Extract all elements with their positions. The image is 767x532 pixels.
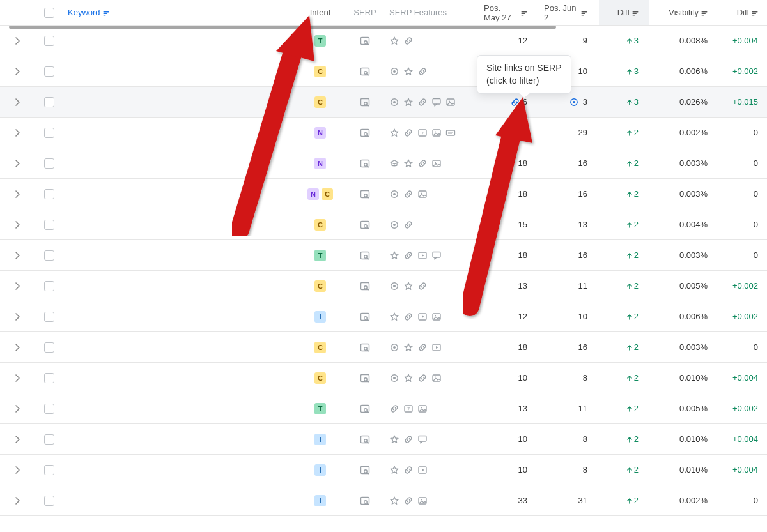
star-icon[interactable] [389,312,399,322]
link-icon[interactable] [403,465,414,475]
header-keyword[interactable]: Keyword [63,8,295,17]
intent-badge-c[interactable]: C [314,66,326,77]
intent-badge-n[interactable]: N [307,188,319,200]
row-checkbox[interactable] [44,496,54,506]
link-icon[interactable] [403,128,414,138]
pin-icon[interactable] [389,342,399,353]
link-icon[interactable] [403,189,414,199]
serp-preview-cell[interactable] [346,250,384,261]
select-all-checkbox[interactable] [44,8,54,18]
expand-toggle[interactable] [0,405,36,413]
star-icon[interactable] [403,66,414,77]
pin-icon[interactable] [389,220,399,230]
link-icon[interactable] [417,158,428,169]
expand-toggle[interactable] [0,344,36,351]
intent-badge-t[interactable]: T [314,250,326,261]
link-icon[interactable] [417,66,428,77]
serp-preview-cell[interactable] [346,434,384,445]
star-icon[interactable] [389,128,399,138]
intent-badge-t[interactable]: T [314,403,326,414]
video-icon[interactable] [431,342,442,353]
row-checkbox[interactable] [44,312,54,322]
header-visibility[interactable]: Visibility [649,8,718,17]
image-icon[interactable] [431,312,442,322]
row-checkbox[interactable] [44,465,54,475]
row-checkbox[interactable] [44,128,54,138]
star-icon[interactable] [389,250,399,261]
serp-preview-cell[interactable] [346,465,384,475]
expand-toggle[interactable] [0,252,36,259]
expand-toggle[interactable] [0,313,36,321]
edu-icon[interactable] [389,158,399,169]
serp-preview-cell[interactable] [346,189,384,199]
pin-icon[interactable] [389,97,399,107]
expand-toggle[interactable] [0,436,36,443]
video-icon[interactable] [417,250,428,261]
intent-badge-n[interactable]: N [314,127,326,139]
star-icon[interactable] [389,496,399,506]
image-icon[interactable] [417,189,428,199]
serp-preview-cell[interactable] [346,66,384,77]
serp-preview-cell[interactable] [346,36,384,46]
star-icon[interactable] [403,158,414,169]
header-serp[interactable]: SERP [346,8,384,17]
link-icon[interactable] [389,404,399,414]
image-icon[interactable] [417,496,428,506]
star-icon[interactable] [403,373,414,383]
video-icon[interactable] [417,465,428,475]
expand-toggle[interactable] [0,160,36,167]
link-icon[interactable] [403,312,414,322]
header-pos-jun2[interactable]: Pos. Jun 2 [539,3,599,22]
intent-badge-i[interactable]: I [314,434,326,445]
header-diff2[interactable]: Diff [718,8,767,17]
pin-icon[interactable] [389,373,399,383]
expand-toggle[interactable] [0,497,36,505]
local-pack-icon[interactable] [569,97,579,107]
serp-preview-cell[interactable] [346,312,384,322]
expand-toggle[interactable] [0,221,36,229]
serp-preview-cell[interactable] [346,158,384,169]
link-icon[interactable] [417,281,428,291]
link-icon[interactable] [403,496,414,506]
chat-icon[interactable] [417,434,428,445]
link-icon[interactable] [403,36,414,46]
serp-preview-cell[interactable] [346,496,384,506]
boxnum-icon[interactable] [403,404,414,414]
serp-preview-cell[interactable] [346,97,384,107]
serp-preview-cell[interactable] [346,281,384,291]
intent-badge-c[interactable]: C [322,188,333,200]
image-icon[interactable] [445,97,456,107]
serp-preview-cell[interactable] [346,128,384,138]
star-icon[interactable] [389,434,399,445]
chat-icon[interactable] [431,97,442,107]
row-checkbox[interactable] [44,373,54,383]
video-icon[interactable] [417,312,428,322]
intent-badge-c[interactable]: C [314,96,326,108]
intent-badge-i[interactable]: I [314,311,326,323]
serp-preview-cell[interactable] [346,220,384,230]
link-icon[interactable] [417,342,428,353]
expand-toggle[interactable] [0,129,36,137]
row-checkbox[interactable] [44,36,54,46]
row-checkbox[interactable] [44,281,54,291]
boxnum-icon[interactable] [417,128,428,138]
row-checkbox[interactable] [44,158,54,169]
image-icon[interactable] [431,373,442,383]
ads-icon[interactable] [445,128,456,138]
intent-badge-c[interactable]: C [314,219,326,231]
header-diff[interactable]: Diff [599,0,649,25]
row-checkbox[interactable] [44,97,54,107]
pin-icon[interactable] [389,189,399,199]
link-icon[interactable] [417,373,428,383]
star-icon[interactable] [403,281,414,291]
expand-toggle[interactable] [0,190,36,198]
star-icon[interactable] [403,97,414,107]
header-intent[interactable]: Intent [295,8,346,17]
row-checkbox[interactable] [44,342,54,353]
intent-badge-c[interactable]: C [314,342,326,353]
sitelinks-icon[interactable] [510,97,520,107]
serp-preview-cell[interactable] [346,373,384,383]
image-icon[interactable] [431,128,442,138]
star-icon[interactable] [389,36,399,46]
chat-icon[interactable] [431,250,442,261]
